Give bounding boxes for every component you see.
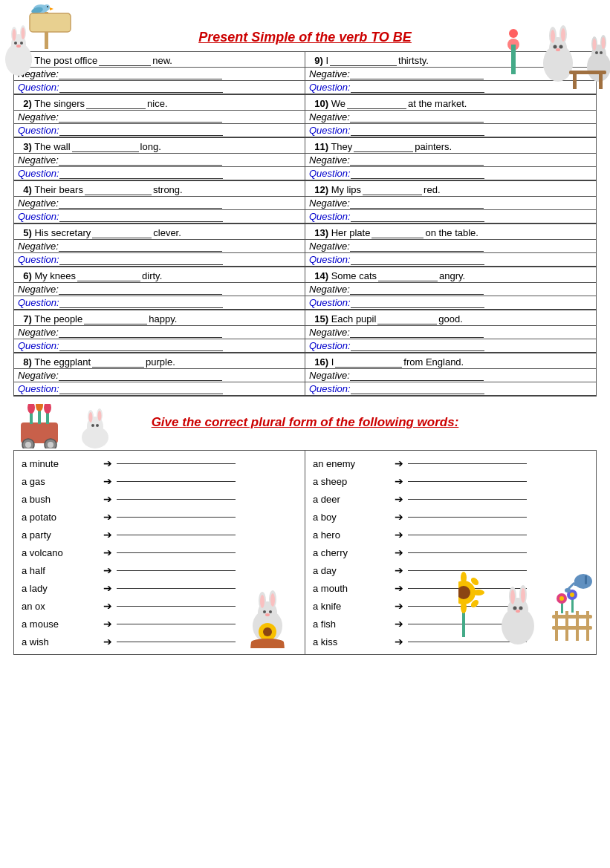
plural-word: a mouse (22, 619, 103, 630)
sentence-right: 16) Ifrom England. (305, 353, 597, 369)
svg-point-57 (96, 424, 99, 427)
plural-word: a cherry (313, 547, 395, 558)
svg-point-49 (44, 404, 51, 414)
sentence-row: 6) My kneesdirty. 14) Some catsangry. (14, 267, 597, 283)
question-row: Question:Question: (14, 124, 597, 138)
svg-rect-107 (585, 575, 587, 584)
svg-point-42 (25, 442, 31, 448)
plural-word: a boy (313, 512, 395, 523)
plural-word: a volcano (22, 547, 103, 558)
negative-right: Negative: (305, 111, 597, 124)
svg-point-69 (263, 627, 272, 636)
plural-word: a lady (22, 583, 103, 594)
plural-item: a volcano➔ (22, 544, 297, 561)
sentence-right: 14) Some catsangry. (305, 267, 597, 283)
sentence-left: 7) The peoplehappy. (14, 310, 305, 326)
question-right: Question: (305, 339, 597, 353)
negative-right: Negative: (305, 283, 597, 296)
arrow-icon: ➔ (103, 457, 112, 469)
plural-item: a party➔ (22, 526, 297, 543)
arrow-icon: ➔ (395, 636, 403, 647)
question-row: Question:Question: (14, 253, 597, 267)
sentence-row: 5) His secretaryclever. 13) Her plateon … (14, 223, 597, 240)
svg-point-1 (44, 4, 50, 10)
question-left: Question: (14, 167, 305, 181)
page: Present Simple of the verb TO BE 1) The … (0, 0, 610, 662)
arrow-icon: ➔ (395, 618, 403, 630)
arrow-icon: ➔ (103, 618, 112, 630)
svg-point-63 (270, 593, 275, 607)
plural-item: a deer➔ (313, 491, 588, 507)
svg-point-102 (570, 593, 574, 597)
plural-item: a gas➔ (22, 473, 297, 489)
svg-point-77 (473, 590, 484, 595)
negative-right: Negative: (305, 68, 597, 81)
negative-row: Negative:Negative: (14, 240, 597, 253)
arrow-icon: ➔ (103, 636, 112, 647)
svg-point-25 (554, 45, 557, 49)
plural-word: a sheep (313, 476, 395, 487)
sentence-left: 3) The walllong. (14, 137, 305, 154)
negative-row: Negative:Negative: (14, 111, 597, 124)
svg-point-86 (510, 590, 515, 604)
plural-item: a minute➔ (22, 455, 297, 471)
svg-marker-2 (50, 7, 53, 10)
question-row: Question:Question: (14, 296, 597, 310)
plural-word: a hero (313, 529, 395, 541)
svg-point-26 (559, 45, 563, 49)
svg-point-4 (30, 6, 44, 15)
negative-left: Negative: (14, 240, 305, 253)
sentence-left: 4) Their bearsstrong. (14, 180, 305, 197)
svg-point-43 (48, 442, 53, 448)
plural-right-col: an enemy➔a sheep➔a deer➔a boy➔a hero➔a c… (305, 451, 597, 655)
plural-table-row: a minute➔a gas➔a bush➔a potato➔a party➔a… (14, 451, 597, 655)
arrow-icon: ➔ (103, 529, 112, 541)
sentence-right: 9) Ithirtsty. (305, 52, 597, 68)
svg-point-64 (263, 610, 266, 613)
svg-point-90 (516, 610, 520, 613)
svg-point-74 (461, 572, 467, 584)
question-left: Question: (14, 382, 305, 397)
sentence-row: 1) The post officenew. 9) Ithirtsty. (14, 52, 597, 68)
negative-row: Negative:Negative: (14, 283, 597, 296)
arrow-icon: ➔ (395, 493, 403, 505)
plural-item: an enemy➔ (313, 455, 588, 471)
svg-point-89 (519, 607, 523, 610)
svg-point-54 (89, 412, 93, 422)
arrow-icon: ➔ (395, 529, 403, 541)
question-row: Question:Question: (14, 81, 597, 95)
negative-row: Negative:Negative: (14, 369, 597, 382)
sentence-left: 2) The singersnice. (14, 94, 305, 111)
svg-point-33 (602, 37, 606, 49)
arrow-icon: ➔ (103, 475, 112, 487)
sentence-left: 1) The post officenew. (14, 52, 305, 68)
plural-word: a mouth (313, 583, 395, 594)
svg-rect-104 (574, 580, 578, 586)
plural-left-col: a minute➔a gas➔a bush➔a potato➔a party➔a… (14, 451, 305, 655)
exercise-table: 1) The post officenew. 9) Ithirtsty.Nega… (13, 51, 597, 397)
question-left: Question: (14, 339, 305, 353)
svg-point-0 (33, 4, 48, 13)
svg-point-47 (36, 404, 43, 411)
plural-word: a minute (22, 458, 103, 469)
negative-left: Negative: (14, 197, 305, 210)
svg-point-66 (265, 613, 270, 616)
svg-point-99 (559, 596, 564, 601)
sentence-row: 7) The peoplehappy. 15) Each pupilgood. (14, 310, 597, 326)
negative-right: Negative: (305, 369, 597, 382)
question-row: Question:Question: (14, 382, 597, 397)
plural-item: a bush➔ (22, 491, 297, 507)
question-right: Question: (305, 167, 597, 181)
svg-point-62 (260, 595, 265, 608)
sentence-left: 6) My kneesdirty. (14, 267, 305, 283)
sentence-right: 10) Weat the market. (305, 94, 597, 111)
question-right: Question: (305, 210, 597, 224)
question-left: Question: (14, 81, 305, 95)
negative-left: Negative: (14, 283, 305, 296)
question-right: Question: (305, 124, 597, 138)
sentence-right: 11) Theypainters. (305, 137, 597, 154)
svg-point-35 (600, 51, 603, 54)
svg-line-105 (568, 583, 574, 589)
negative-right: Negative: (305, 326, 597, 339)
svg-rect-38 (599, 74, 603, 89)
